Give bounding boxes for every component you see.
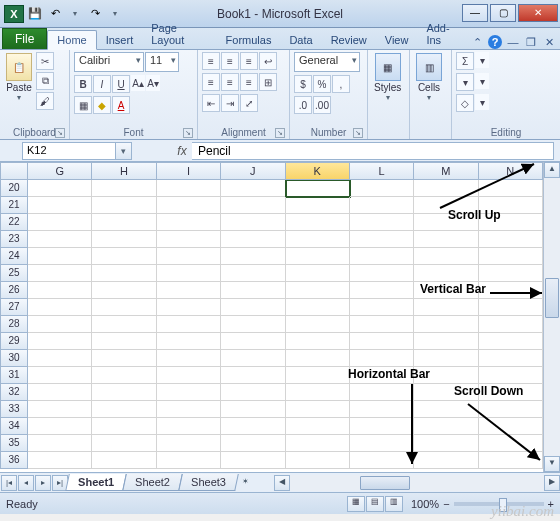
clipboard-launcher[interactable]: ↘ xyxy=(55,128,65,138)
cell[interactable] xyxy=(350,299,414,316)
cell[interactable] xyxy=(157,180,221,197)
cell[interactable] xyxy=(350,180,414,197)
cell[interactable] xyxy=(157,214,221,231)
zoom-in-button[interactable]: + xyxy=(548,498,554,510)
cell[interactable] xyxy=(157,282,221,299)
tab-addins[interactable]: Add-Ins xyxy=(417,19,470,49)
worksheet-grid[interactable]: G H I J K L M N 202122232425262728293031… xyxy=(0,162,543,472)
cell[interactable] xyxy=(92,333,156,350)
row-header[interactable]: 35 xyxy=(0,435,28,452)
format-painter-button[interactable]: 🖌 xyxy=(36,92,54,110)
cell[interactable] xyxy=(221,248,285,265)
merge-button[interactable]: ⊞ xyxy=(259,73,277,91)
cell[interactable] xyxy=(92,367,156,384)
cell[interactable] xyxy=(221,214,285,231)
cell[interactable] xyxy=(92,452,156,469)
cell[interactable] xyxy=(92,418,156,435)
page-break-view-button[interactable]: ▥ xyxy=(385,496,403,512)
tab-data[interactable]: Data xyxy=(280,31,321,49)
cell[interactable] xyxy=(92,401,156,418)
horizontal-scroll-thumb[interactable] xyxy=(360,476,410,490)
cell[interactable] xyxy=(28,333,92,350)
fill-color-button[interactable]: ◆ xyxy=(93,96,111,114)
currency-button[interactable]: $ xyxy=(294,75,312,93)
border-button[interactable]: ▦ xyxy=(74,96,92,114)
grow-font-button[interactable]: A▴ xyxy=(131,75,145,91)
cell[interactable] xyxy=(414,265,478,282)
cell[interactable] xyxy=(414,401,478,418)
cell[interactable] xyxy=(221,316,285,333)
wrap-text-button[interactable]: ↩ xyxy=(259,52,277,70)
cell[interactable] xyxy=(479,265,543,282)
cell[interactable] xyxy=(479,367,543,384)
sheet-tab[interactable]: Sheet1 xyxy=(65,474,127,491)
cell[interactable] xyxy=(414,384,478,401)
cell[interactable] xyxy=(221,367,285,384)
cell[interactable] xyxy=(157,248,221,265)
align-center-button[interactable]: ≡ xyxy=(221,73,239,91)
col-header[interactable]: G xyxy=(28,162,92,180)
align-right-button[interactable]: ≡ xyxy=(240,73,258,91)
doc-restore-icon[interactable]: ❐ xyxy=(524,35,538,49)
cell[interactable] xyxy=(92,265,156,282)
cell[interactable] xyxy=(350,384,414,401)
cell[interactable] xyxy=(414,299,478,316)
cell[interactable] xyxy=(157,333,221,350)
cell[interactable] xyxy=(157,265,221,282)
row-header[interactable]: 32 xyxy=(0,384,28,401)
cell[interactable] xyxy=(414,231,478,248)
zoom-slider[interactable] xyxy=(454,502,544,506)
cell[interactable] xyxy=(479,282,543,299)
cell[interactable] xyxy=(28,401,92,418)
cell[interactable] xyxy=(28,316,92,333)
scroll-down-button[interactable]: ▼ xyxy=(544,456,560,472)
bold-button[interactable]: B xyxy=(74,75,92,93)
font-size-combo[interactable]: 11 xyxy=(145,52,179,72)
row-header[interactable]: 26 xyxy=(0,282,28,299)
cell[interactable] xyxy=(157,367,221,384)
cell[interactable] xyxy=(28,231,92,248)
cell[interactable] xyxy=(221,333,285,350)
undo-icon[interactable]: ↶ xyxy=(46,5,64,23)
cell[interactable] xyxy=(28,384,92,401)
paste-more-icon[interactable]: ▾ xyxy=(17,93,21,102)
cell[interactable] xyxy=(414,248,478,265)
fx-icon[interactable]: fx xyxy=(172,144,192,158)
cell[interactable] xyxy=(414,418,478,435)
cell[interactable] xyxy=(286,197,350,214)
save-icon[interactable]: 💾 xyxy=(26,5,44,23)
sheet-nav-first[interactable]: |◂ xyxy=(1,475,17,491)
cell[interactable] xyxy=(286,350,350,367)
cell[interactable] xyxy=(157,435,221,452)
name-box[interactable]: K12▾ xyxy=(22,142,132,160)
qat-customize-icon[interactable]: ▾ xyxy=(106,5,124,23)
cell[interactable] xyxy=(414,197,478,214)
cell[interactable] xyxy=(157,418,221,435)
align-top-button[interactable]: ≡ xyxy=(202,52,220,70)
cell[interactable] xyxy=(221,435,285,452)
cell[interactable] xyxy=(414,180,478,197)
cell[interactable] xyxy=(221,282,285,299)
cell[interactable] xyxy=(414,214,478,231)
paste-button[interactable]: 📋 Paste ▾ xyxy=(4,52,34,103)
row-header[interactable]: 28 xyxy=(0,316,28,333)
cell[interactable] xyxy=(286,231,350,248)
cell[interactable] xyxy=(414,333,478,350)
help-icon[interactable]: ? xyxy=(488,35,502,49)
sheet-tab[interactable]: Sheet2 xyxy=(122,474,182,491)
cell[interactable] xyxy=(28,452,92,469)
cell[interactable] xyxy=(479,384,543,401)
row-header[interactable]: 33 xyxy=(0,401,28,418)
italic-button[interactable]: I xyxy=(93,75,111,93)
cell[interactable] xyxy=(157,384,221,401)
cell[interactable] xyxy=(350,316,414,333)
row-header[interactable]: 34 xyxy=(0,418,28,435)
col-header[interactable]: N xyxy=(479,162,543,180)
cell[interactable] xyxy=(286,435,350,452)
cell[interactable] xyxy=(479,401,543,418)
cell[interactable] xyxy=(92,435,156,452)
col-header[interactable]: J xyxy=(221,162,285,180)
cell[interactable] xyxy=(350,452,414,469)
row-header[interactable]: 21 xyxy=(0,197,28,214)
cell[interactable] xyxy=(479,350,543,367)
